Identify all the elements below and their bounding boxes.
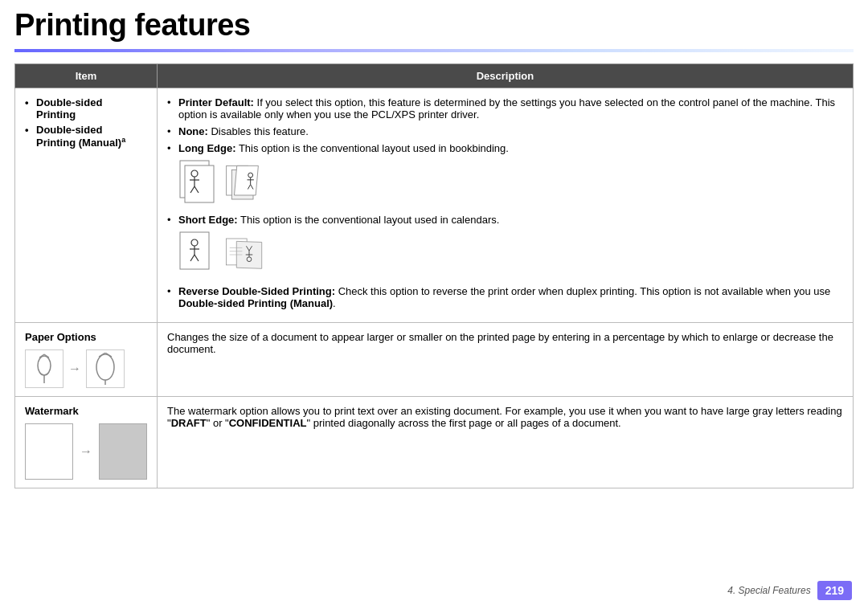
footer-label: 4. Special Features [727, 585, 810, 596]
list-item: None: Disables this feature. [167, 125, 843, 137]
item-label-paperoptions: Paper Options [25, 331, 96, 343]
table-row: Double-sidedPrinting Double-sidedPrintin… [15, 88, 854, 323]
item-cell-paperoptions: Paper Options → [15, 323, 158, 397]
paper-options-description: Changes the size of a document to appear… [167, 331, 833, 355]
desc-cell-paperoptions: Changes the size of a document to appear… [158, 323, 854, 397]
watermark-images: → [25, 423, 147, 480]
watermark-arrow-icon: → [80, 444, 92, 459]
table-row: Paper Options → [15, 323, 854, 397]
list-item: Short Edge: This option is the conventio… [167, 214, 843, 226]
desc-cell-doublesided: Printer Default: If you select this opti… [158, 88, 854, 323]
list-item: Double-sidedPrinting (Manual)a [25, 124, 147, 149]
watermark-box-gray [99, 423, 147, 480]
svg-point-35 [96, 354, 114, 380]
list-item: Reverse Double-Sided Printing: Check thi… [167, 285, 843, 309]
watermark-box-plain [25, 423, 73, 480]
long-edge-icon-1 [178, 159, 219, 207]
inline-bold: Reverse Double-Sided Printing: [178, 285, 335, 297]
inline-bold: CONFIDENTIAL [229, 417, 307, 429]
item-cell-watermark: Watermark → [15, 397, 158, 488]
inline-bold: Double-sided Printing (Manual) [178, 297, 333, 309]
list-item: Printer Default: If you select this opti… [167, 96, 843, 121]
svg-rect-9 [235, 166, 259, 195]
footer-page-number: 219 [817, 581, 852, 600]
right-arrow-icon: → [68, 362, 81, 376]
paper-options-images: → [25, 349, 147, 388]
title-bar [14, 49, 854, 52]
inline-bold: None: [178, 125, 208, 137]
inline-bold: Long Edge: [178, 142, 236, 154]
inline-bold: Printer Default: [178, 96, 254, 108]
short-edge-icon-2 [225, 231, 265, 279]
watermark-description: The watermark option allows you to print… [167, 405, 842, 429]
inline-bold: DRAFT [171, 417, 207, 429]
features-table: Item Description Double-sidedPrinting Do… [14, 63, 854, 488]
long-edge-diagram [178, 159, 843, 207]
svg-point-31 [38, 356, 51, 375]
table-row: Watermark → The watermark option allows … [15, 397, 854, 488]
carrot-icon-small [25, 349, 63, 388]
carrot-svg-small [30, 353, 59, 385]
short-edge-diagram [178, 231, 843, 279]
carrot-icon-large [86, 349, 125, 388]
svg-rect-1 [185, 166, 214, 202]
col-header-item: Item [15, 64, 158, 88]
col-header-description: Description [158, 64, 854, 88]
inline-bold: Short Edge: [178, 214, 238, 226]
carrot-svg-large [91, 353, 120, 385]
list-item: Long Edge: This option is the convention… [167, 142, 843, 154]
desc-cell-watermark: The watermark option allows you to print… [158, 397, 854, 488]
item-cell-doublesided: Double-sidedPrinting Double-sidedPrintin… [15, 88, 158, 323]
short-edge-icon-1 [178, 231, 219, 279]
list-item: Double-sidedPrinting [25, 96, 147, 121]
page-footer: 4. Special Features 219 [727, 581, 852, 600]
item-label-watermark: Watermark [25, 405, 79, 417]
long-edge-icon-2 [225, 159, 265, 207]
page-container: Printing features Item Description Doubl… [0, 0, 868, 537]
page-title: Printing features [14, 0, 854, 49]
